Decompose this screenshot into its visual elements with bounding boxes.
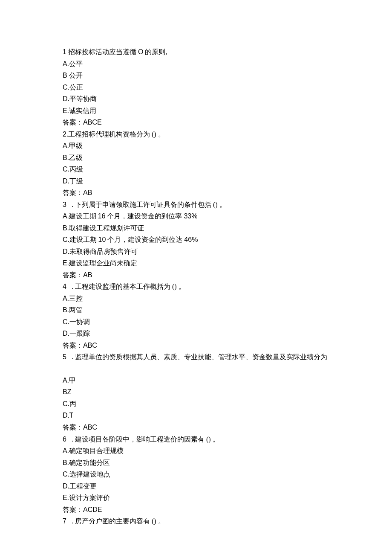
text-line: C.丙 — [63, 398, 392, 410]
text-line: C.一协调 — [63, 316, 392, 328]
text-line: 3 . 下列属于申请领取施工许可证具备的条件包括 () 。 — [63, 199, 392, 211]
text-line: 答案：ABCE — [63, 116, 392, 128]
text-line: B.确定功能分区 — [63, 457, 392, 469]
text-line: B 公开 — [63, 70, 392, 81]
text-line: E.建设监理企业尚未确定 — [63, 257, 392, 269]
text-line: D.未取得商品房预售许可 — [63, 246, 392, 258]
text-line: D.丁级 — [63, 175, 392, 187]
text-line: A.确定项目合理规模 — [63, 445, 392, 457]
text-line: 答案：ABC — [63, 421, 392, 433]
text-line: 答案：AB — [63, 187, 392, 199]
text-line: BZ — [63, 386, 392, 398]
text-line: A.建设工期 16 个月，建设资金的到位率 33% — [63, 210, 392, 222]
text-line: B.取得建设工程规划许可证 — [63, 222, 392, 234]
text-line: E.诚实信用 — [63, 105, 392, 117]
text-line: C.公正 — [63, 81, 392, 93]
text-line: 答案：ABC — [63, 340, 392, 352]
text-line: C.建设工期 10 个月，建设资金的到位达 46% — [63, 234, 392, 246]
text-line: 5 . 监理单位的资质根据其人员、素质、专业技能、管理水平、资金数量及实际业绩分… — [63, 351, 392, 363]
text-line: D.工程变更 — [63, 480, 392, 492]
document-content: 1 招标投标活动应当遵循 O 的原则,A.公平B 公开C.公正D.平等协商E.诚… — [63, 46, 392, 527]
text-line: C.丙级 — [63, 163, 392, 175]
text-line: D.T — [63, 410, 392, 421]
text-line: A.甲 — [63, 375, 392, 386]
blank-line — [63, 363, 392, 375]
text-line: A.三控 — [63, 293, 392, 305]
text-line: B.两管 — [63, 304, 392, 316]
text-line: E.设计方案评价 — [63, 492, 392, 504]
text-line: D.一跟踪 — [63, 328, 392, 340]
text-line: A.公平 — [63, 58, 392, 70]
text-line: A.甲级 — [63, 140, 392, 152]
document-page: 1 招标投标活动应当遵循 O 的原则,A.公平B 公开C.公正D.平等协商E.诚… — [0, 0, 392, 555]
text-line: 2.工程招标代理机构资格分为 () 。 — [63, 128, 392, 140]
text-line: 6 . 建设项目各阶段中，影响工程造价的因素有 () 。 — [63, 433, 392, 445]
text-line: 1 招标投标活动应当遵循 O 的原则, — [63, 46, 392, 58]
text-line: 7 . 房产分户图的主要内容有 () 。 — [63, 515, 392, 527]
text-line: C.选择建设地点 — [63, 468, 392, 480]
text-line: 答案：AB — [63, 269, 392, 281]
text-line: D.平等协商 — [63, 93, 392, 105]
text-line: 4 . 工程建设监理的基本工作概括为 () 。 — [63, 281, 392, 293]
text-line: 答案：ACDE — [63, 504, 392, 516]
text-line: B.乙级 — [63, 152, 392, 164]
